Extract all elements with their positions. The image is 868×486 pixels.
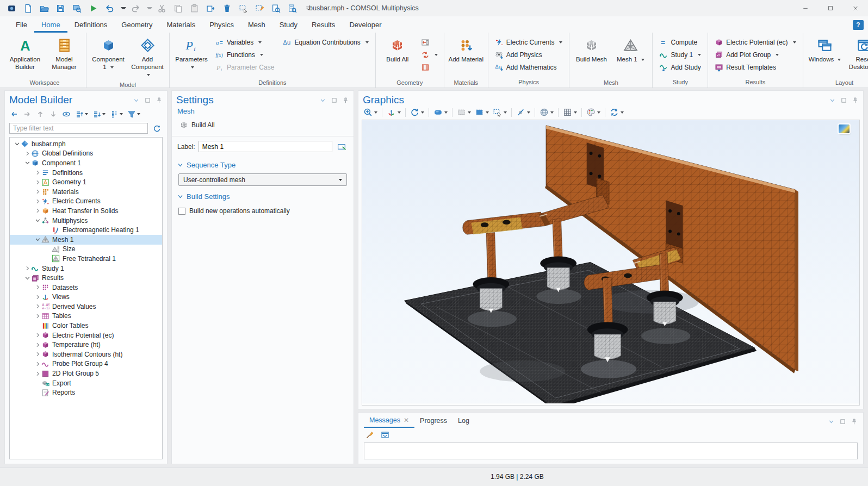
panel-float-button[interactable] <box>840 96 847 104</box>
move-down-button[interactable] <box>47 109 59 120</box>
variables-button[interactable]: a=Variables <box>213 37 276 48</box>
functions-button[interactable]: f(x)Functions <box>213 49 276 60</box>
build-all-button[interactable]: Build All <box>378 36 417 78</box>
delete-button[interactable] <box>220 2 234 15</box>
menu-tab-developer[interactable]: Developer <box>342 17 388 33</box>
section-build-settings[interactable]: Build Settings <box>172 187 354 203</box>
insert-sequence-button[interactable] <box>419 37 439 48</box>
redo-dropdown-caret[interactable] <box>147 7 152 9</box>
build-new-operations-checkbox[interactable] <box>178 208 185 215</box>
rotate-button[interactable] <box>408 107 426 118</box>
collapse-chevron[interactable] <box>34 217 41 224</box>
zoom-box-button[interactable] <box>491 107 509 118</box>
tree-item-definitions[interactable]: Definitions <box>10 168 162 178</box>
tree-item-heat-transfer-in-solids[interactable]: Heat Transfer in Solids <box>10 206 162 216</box>
reset-desktop-button[interactable]: Reset Desktop <box>845 36 868 78</box>
remove-details-button[interactable] <box>419 62 439 73</box>
expand-chevron[interactable] <box>34 370 41 377</box>
result-templates-button[interactable]: Result Templates <box>712 62 798 73</box>
equation-contributions-button[interactable]: ΔuEquation Contributions <box>281 37 370 48</box>
cut-button[interactable] <box>154 2 169 15</box>
application-builder-button[interactable]: AApplication Builder <box>5 36 45 78</box>
mesh-1-button[interactable]: Mesh 1 <box>611 36 650 78</box>
panel-pin-button[interactable] <box>156 96 163 104</box>
panel-menu-button[interactable] <box>319 96 326 104</box>
busbar-3d-model[interactable] <box>362 120 859 403</box>
tree-item-color-tables[interactable]: Color Tables <box>10 321 162 331</box>
tree-item-temperature-ht-[interactable]: Temperature (ht) <box>10 340 162 350</box>
expand-chevron[interactable] <box>34 303 41 310</box>
tree-item-component-1[interactable]: Component 1 <box>10 158 162 168</box>
show-button[interactable] <box>60 109 72 120</box>
panel-menu-button[interactable] <box>828 418 835 425</box>
panel-menu-button[interactable] <box>133 96 140 104</box>
expand-chevron[interactable] <box>34 360 41 367</box>
panel-menu-button[interactable] <box>829 96 836 104</box>
hide-button[interactable] <box>514 107 532 118</box>
add-material-button[interactable]: Add Material <box>447 36 486 78</box>
expand-chevron[interactable] <box>34 351 41 358</box>
view-grid-button[interactable] <box>561 107 579 118</box>
open-file-button[interactable] <box>37 2 51 15</box>
panel-float-button[interactable] <box>839 418 846 425</box>
undo-dropdown-caret[interactable] <box>121 7 126 9</box>
tree-filter-input[interactable] <box>9 123 148 134</box>
close-tab-icon[interactable]: ✕ <box>404 416 409 424</box>
preview-doc2-button[interactable] <box>285 2 299 15</box>
panel-pin-button[interactable] <box>852 96 859 104</box>
zoom-button[interactable] <box>362 107 379 118</box>
preview-doc-button[interactable] <box>269 2 283 15</box>
menu-tab-home[interactable]: Home <box>34 17 67 33</box>
camera-view-button[interactable] <box>432 107 449 118</box>
expand-chevron[interactable] <box>34 198 41 205</box>
tree-item-tables[interactable]: Tables <box>10 311 162 321</box>
expand-chevron[interactable] <box>34 341 41 348</box>
build-all-button[interactable]: Build All <box>177 120 217 130</box>
panel-float-button[interactable] <box>331 96 338 104</box>
back-button[interactable] <box>8 109 20 120</box>
panel-pin-button[interactable] <box>851 418 858 425</box>
run-button[interactable] <box>86 2 100 15</box>
paste-button[interactable] <box>187 2 201 15</box>
tree-item-electromagnetic-heating-1[interactable]: Electromagnetic Heating 1 <box>10 225 162 235</box>
collapse-chevron[interactable] <box>23 159 31 166</box>
tree-item-study-1[interactable]: Study 1 <box>10 264 162 273</box>
add-physics-button[interactable]: Add Physics <box>493 49 565 60</box>
study-1-button[interactable]: Study 1 <box>657 49 703 60</box>
messages-output[interactable] <box>364 443 858 459</box>
expand-chevron[interactable] <box>34 284 41 291</box>
sequence-type-select[interactable]: User-controlled mesh <box>178 173 347 186</box>
tree-item-materials[interactable]: Materials <box>10 187 162 197</box>
tree-item-global-definitions[interactable]: Global Definitions <box>10 149 162 159</box>
go-to-view-button[interactable] <box>385 107 402 118</box>
new-file-button[interactable] <box>21 2 35 15</box>
duplicate-button[interactable] <box>203 2 218 15</box>
livelink-button[interactable] <box>419 49 439 60</box>
scene-palette-button[interactable] <box>585 107 602 118</box>
menu-tab-results[interactable]: Results <box>305 17 342 33</box>
electric-potential-ec--button[interactable]: Electric Potential (ec) <box>712 37 798 48</box>
menu-tab-geometry[interactable]: Geometry <box>114 17 159 33</box>
save-button[interactable] <box>53 2 67 15</box>
expand-chevron[interactable] <box>34 188 41 195</box>
close-button[interactable] <box>843 0 868 16</box>
zoom-selection-button[interactable] <box>236 2 250 15</box>
expand-button[interactable] <box>73 109 90 120</box>
label-input[interactable] <box>199 141 332 152</box>
expand-chevron[interactable] <box>34 179 41 186</box>
open-message-window-button[interactable] <box>379 429 391 440</box>
model-tree-nodes-button[interactable] <box>108 109 125 120</box>
add-plot-group-button[interactable]: Add Plot Group <box>712 49 798 60</box>
menu-tab-physics[interactable]: Physics <box>202 17 241 33</box>
tree-item-results[interactable]: Results <box>10 273 162 283</box>
select-box-button[interactable] <box>455 107 473 118</box>
copy-button[interactable] <box>171 2 185 15</box>
tab-messages[interactable]: Messages✕ <box>364 415 414 428</box>
tree-item-isothermal-contours-ht-[interactable]: Isothermal Contours (ht) <box>10 350 162 359</box>
component-1-button[interactable]: Component 1 <box>89 36 128 78</box>
add-mathematics-button[interactable]: ΔuAdd Mathematics <box>493 62 565 73</box>
menu-tab-definitions[interactable]: Definitions <box>67 17 115 33</box>
clear-selection-button[interactable] <box>252 2 266 15</box>
update-scene-button[interactable] <box>608 107 625 118</box>
refresh-icon[interactable] <box>151 123 163 134</box>
